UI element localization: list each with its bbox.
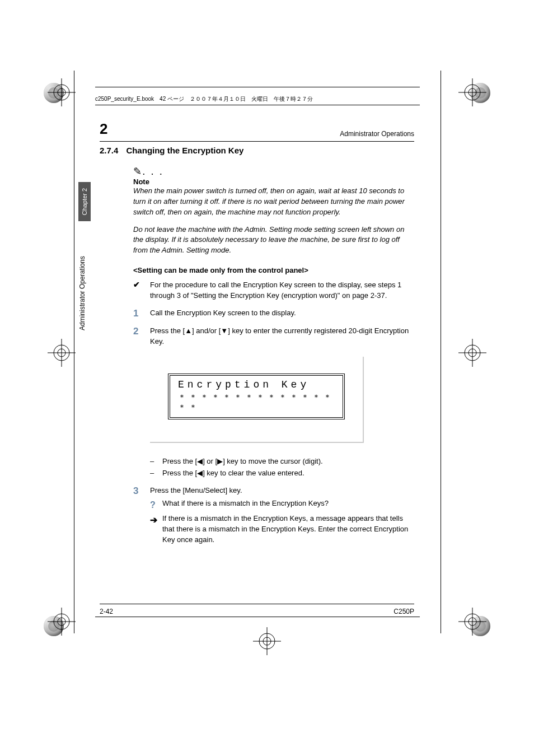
chapter-tab-label: Chapter 2 (81, 188, 88, 215)
registration-mark-icon (48, 608, 76, 636)
page-header: 2 Administrator Operations (100, 120, 414, 142)
header-right-text: Administrator Operations (340, 130, 414, 138)
subheading: <Setting can be made only from the contr… (133, 266, 414, 274)
note-dots: . . . (143, 168, 164, 176)
note-label: Note (133, 178, 414, 186)
registration-mark-icon (458, 608, 486, 636)
side-running-title-text: Administrator Operations (78, 319, 86, 330)
note-icon-row: ✎. . . (133, 165, 414, 178)
section-title-text: Changing the Encryption Key (126, 146, 243, 155)
dash-icon: – (150, 456, 162, 467)
step-number-3: 3 (133, 486, 150, 548)
chapter-number: 2 (100, 120, 107, 138)
section-title: 2.7.4Changing the Encryption Key (100, 146, 414, 155)
step-number-2: 2 (133, 326, 150, 347)
lcd-screen: Encryption Key ＊＊＊＊＊＊＊＊＊＊＊＊＊＊＊＊ (168, 374, 345, 419)
registration-mark-icon (48, 339, 76, 367)
arrow-icon: ➔ (150, 514, 162, 545)
step-3-answer: If there is a mismatch in the Encryption… (162, 514, 414, 545)
note-paragraph-2: Do not leave the machine with the Admin.… (133, 225, 414, 256)
step-1-text: Call the Encryption Key screen to the di… (150, 308, 414, 319)
checkmark-icon: ✔ (133, 280, 150, 301)
lcd-line-2: ＊＊＊＊＊＊＊＊＊＊＊＊＊＊＊＊ (178, 393, 335, 413)
note-paragraph-1: When the main power switch is turned off… (133, 186, 414, 218)
registration-mark-icon (458, 78, 486, 106)
step-2-sub-1: Press the [◀] or [▶] key to move the cur… (162, 456, 323, 467)
source-meta-line: c250P_security_E.book 42 ページ ２００７年４月１０日 … (95, 95, 420, 105)
footer-page-number: 2-42 (100, 608, 113, 615)
lcd-panel-illustration: Encryption Key ＊＊＊＊＊＊＊＊＊＊＊＊＊＊＊＊ (150, 357, 364, 443)
question-icon: ? (150, 498, 162, 511)
chapter-tab: Chapter 2 (78, 182, 91, 221)
footer-model: C250P (394, 608, 414, 615)
step-3-question: What if there is a mismatch in the Encry… (162, 498, 329, 511)
step-2-sub-2: Press the [◀] key to clear the value ent… (162, 468, 305, 479)
page-footer: 2-42 C250P (100, 604, 414, 615)
prereq-text: For the procedure to call the Encryption… (150, 280, 414, 301)
section-number: 2.7.4 (100, 146, 118, 155)
step-2-text: Press the [▲] and/or [▼] key to enter th… (150, 326, 414, 347)
dash-icon: – (150, 468, 162, 479)
step-number-1: 1 (133, 308, 150, 319)
registration-mark-icon (458, 339, 486, 367)
side-running-title: Administrator Operations (78, 241, 90, 347)
step-3-text: Press the [Menu/Select] key. (150, 486, 414, 496)
registration-mark-icon (253, 627, 281, 655)
note-icon: ✎ (133, 166, 142, 177)
lcd-line-1: Encryption Key (178, 379, 335, 390)
registration-mark-icon (48, 78, 76, 106)
